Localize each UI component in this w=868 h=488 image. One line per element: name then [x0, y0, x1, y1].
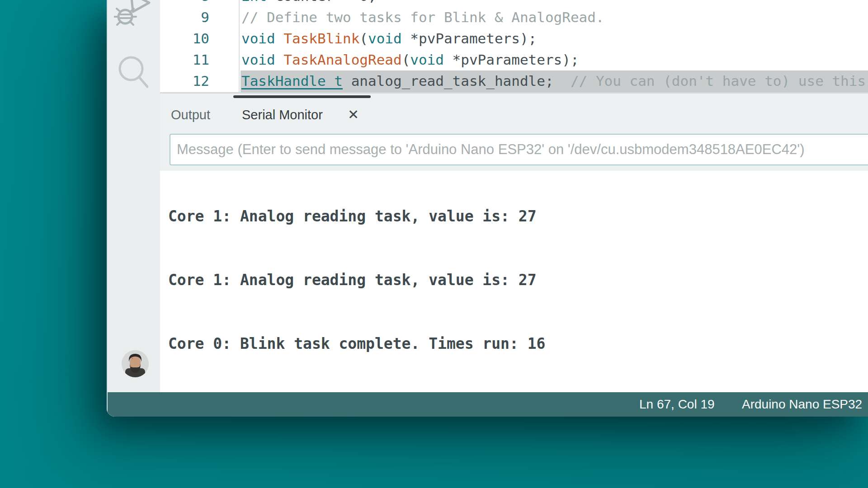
code-line-10: 10 void TaskBlink(void *pvParameters);	[160, 28, 868, 49]
search-button[interactable]	[107, 54, 160, 90]
editor-panel-divider	[160, 92, 868, 94]
line-number: 10	[160, 28, 209, 49]
tab-serial-monitor[interactable]: Serial Monitor	[242, 103, 323, 126]
account-avatar[interactable]	[122, 350, 149, 377]
arduino-ide-window: 8 int counter = 0; 9 // Define two tasks…	[107, 0, 868, 417]
close-icon[interactable]: ✕	[348, 103, 359, 126]
code-line-11: 11 void TaskAnalogRead(void *pvParameter…	[160, 49, 868, 70]
code-line-8: 8 int counter = 0;	[160, 0, 868, 7]
horizontal-scrollbar[interactable]	[233, 95, 371, 98]
serial-message-input[interactable]	[170, 134, 868, 165]
status-bar: Ln 67, Col 19 Arduino Nano ESP32	[107, 392, 868, 417]
desktop-background: 8 int counter = 0; 9 // Define two tasks…	[0, 0, 868, 488]
search-icon	[117, 54, 150, 90]
code-line-12-highlighted: 12 TaskHandle_t analog_read_task_handle;…	[160, 70, 868, 92]
board-name[interactable]: Arduino Nano ESP32	[742, 392, 862, 417]
serial-line: Core 1: Analog reading task, value is: 2…	[168, 269, 868, 291]
tab-output[interactable]: Output	[171, 103, 210, 126]
serial-monitor-output[interactable]: Core 1: Analog reading task, value is: 2…	[160, 171, 868, 392]
serial-log: Core 1: Analog reading task, value is: 2…	[160, 171, 868, 392]
window-left-edge	[107, 0, 108, 417]
serial-line: Core 1: Analog reading task, value is: 2…	[168, 206, 868, 227]
serial-line: Core 0: Blink task complete. Times run: …	[168, 333, 868, 354]
activity-bar	[107, 0, 160, 392]
code-line-9: 9 // Define two tasks for Blink & Analog…	[160, 7, 868, 28]
line-number: 9	[160, 7, 209, 28]
code-editor[interactable]: 8 int counter = 0; 9 // Define two tasks…	[160, 0, 868, 92]
debug-bug-arrow-icon	[114, 0, 153, 31]
debug-button[interactable]	[107, 0, 160, 31]
line-number: 11	[160, 49, 209, 70]
cursor-position[interactable]: Ln 67, Col 19	[639, 392, 715, 417]
line-number: 8	[160, 0, 209, 7]
line-number: 12	[160, 70, 209, 92]
